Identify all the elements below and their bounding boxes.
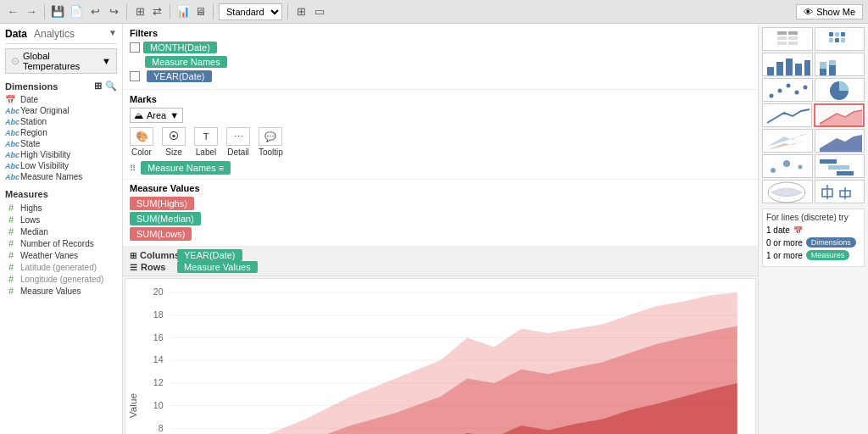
year-filter-pill[interactable]: YEAR(Date) — [147, 70, 212, 82]
dimensions-section-label: Dimensions ⊞ 🔍 — [5, 81, 117, 92]
thumb-area-dark[interactable] — [815, 129, 865, 153]
measure-longitude[interactable]: # Longitude (generated) — [5, 273, 117, 285]
svg-rect-41 — [841, 38, 845, 42]
measure-median[interactable]: # Median — [5, 225, 117, 237]
svg-point-55 — [804, 86, 808, 90]
undo-icon[interactable]: ↩ — [87, 4, 103, 19]
measure-values-dim[interactable]: # Measure Values — [5, 285, 117, 297]
measure-lows[interactable]: # Lows — [5, 214, 117, 225]
measure-names-mark-pill[interactable]: Measure Names ≡ — [141, 161, 231, 175]
thumb-bar-chart[interactable] — [762, 53, 813, 76]
table-icon[interactable]: ⊞ — [132, 4, 147, 19]
thumb-stack-bar[interactable] — [815, 53, 865, 76]
new-icon[interactable]: 📄 — [69, 4, 84, 19]
data-tab[interactable]: Data — [5, 28, 27, 40]
columns-label: Columns — [140, 250, 180, 260]
marks-panel: Marks ⛰ Area ▼ 🎨 Color ⦿ Size T — [123, 90, 758, 180]
swap-icon[interactable]: ⇄ — [149, 4, 164, 19]
standard-select[interactable]: Standard — [219, 3, 282, 20]
abc-icon-measure-names: Abc — [5, 173, 17, 181]
svg-point-53 — [787, 84, 791, 88]
dim-date[interactable]: 📅 Date — [5, 94, 117, 105]
thumb-scatter2[interactable] — [762, 154, 813, 178]
svg-rect-42 — [767, 67, 774, 75]
redo-icon[interactable]: ↪ — [106, 4, 121, 19]
filters-panel: Filters MONTH(Date) Measure Names YEAR(D… — [123, 24, 758, 90]
show-me-button[interactable]: 👁 Show Me — [796, 4, 863, 19]
main-layout: Data Analytics ▼ ⊙ Global Temperatures ▼… — [0, 24, 868, 434]
dim-state[interactable]: Abc State — [5, 138, 117, 149]
label-mark-btn[interactable]: T Label — [194, 127, 218, 157]
center-column: Filters MONTH(Date) Measure Names YEAR(D… — [123, 24, 758, 434]
measures-section-label: Measures — [5, 189, 117, 199]
measure-num-records[interactable]: # Number of Records — [5, 237, 117, 249]
grid-icon[interactable]: ⊞ — [293, 4, 309, 19]
filter-month-row: MONTH(Date) — [130, 42, 751, 53]
dim-high-visibility[interactable]: Abc High Visibility — [5, 149, 117, 160]
search-dim-icon[interactable]: 🔍 — [105, 81, 117, 92]
back-icon[interactable]: ← — [5, 4, 20, 19]
size-icon: ⦿ — [162, 127, 186, 146]
data-source-selector[interactable]: ⊙ Global Temperatures ▼ — [5, 48, 117, 74]
svg-rect-45 — [795, 64, 802, 75]
thumb-gantt[interactable] — [815, 154, 865, 178]
detail-icon: ⋯ — [226, 127, 250, 146]
thumb-pie[interactable] — [815, 78, 865, 102]
calendar-hint-icon: 📅 — [793, 226, 803, 235]
year-date-column-pill[interactable]: YEAR(Date) — [177, 249, 242, 261]
analytics-tab[interactable]: Analytics — [34, 28, 75, 40]
hint-dimensions-row: 0 or more Dimensions — [766, 237, 860, 248]
sep5 — [287, 4, 288, 19]
grid-dim-icon[interactable]: ⊞ — [94, 81, 102, 92]
thumb-lines[interactable] — [762, 103, 812, 127]
thumb-text-table[interactable] — [762, 27, 813, 51]
sep4 — [213, 4, 214, 19]
thumb-row-4 — [762, 103, 865, 127]
hash-measure-values-icon: # — [5, 286, 17, 296]
thumb-box[interactable] — [815, 180, 865, 203]
forward-icon[interactable]: → — [24, 4, 39, 19]
thumb-map[interactable] — [762, 180, 813, 203]
svg-rect-60 — [820, 159, 837, 164]
save-icon[interactable]: 💾 — [50, 4, 65, 19]
screen-icon[interactable]: 🖥 — [192, 4, 208, 19]
dim-year-original[interactable]: Abc Year Original — [5, 105, 117, 116]
thumb-heat-map[interactable] — [815, 27, 865, 51]
size-mark-btn[interactable]: ⦿ Size — [162, 127, 186, 157]
detail-mark-btn[interactable]: ⋯ Detail — [226, 127, 250, 157]
dots-icon: ⠿ — [130, 164, 136, 173]
dim-low-visibility[interactable]: Abc Low Visibility — [5, 160, 117, 171]
dim-region[interactable]: Abc Region — [5, 127, 117, 138]
left-sidebar: Data Analytics ▼ ⊙ Global Temperatures ▼… — [0, 24, 123, 434]
measure-highs[interactable]: # Highs — [5, 202, 117, 214]
sum-lows-pill[interactable]: SUM(Lows) — [130, 227, 192, 241]
svg-text:12: 12 — [153, 377, 164, 387]
chart-icon[interactable]: 📊 — [175, 4, 191, 19]
thumb-area-selected[interactable] — [814, 103, 865, 127]
abc-icon-low-vis: Abc — [5, 162, 17, 170]
measure-weather-vanes[interactable]: # Weather Vanes — [5, 249, 117, 261]
svg-rect-62 — [837, 171, 854, 175]
svg-rect-47 — [820, 69, 826, 75]
monitor-icon[interactable]: ▭ — [312, 4, 327, 19]
sum-median-pill[interactable]: SUM(Median) — [130, 212, 201, 225]
measure-latitude[interactable]: # Latitude (generated) — [5, 261, 117, 273]
sum-highs-pill[interactable]: SUM(Highs) — [130, 197, 194, 210]
thumb-scatter[interactable] — [762, 78, 813, 102]
year-filter-checkbox[interactable] — [130, 71, 140, 81]
svg-point-51 — [770, 94, 774, 98]
tooltip-mark-btn[interactable]: 💬 Tooltip — [259, 127, 283, 157]
month-filter-checkbox[interactable] — [130, 42, 140, 53]
thumb-dual-line[interactable] — [762, 129, 813, 153]
dim-measure-names[interactable]: Abc Measure Names — [5, 171, 117, 182]
color-mark-btn[interactable]: 🎨 Color — [130, 127, 153, 157]
svg-rect-34 — [777, 42, 787, 45]
measure-values-row-pill[interactable]: Measure Values — [177, 261, 258, 273]
mark-type-select[interactable]: ⛰ Area ▼ — [130, 108, 183, 123]
measure-names-filter-pill[interactable]: Measure Names — [145, 56, 227, 68]
month-filter-pill[interactable]: MONTH(Date) — [143, 42, 217, 53]
thumb-row-3 — [762, 78, 865, 102]
svg-text:16: 16 — [153, 332, 164, 342]
cylinder-icon: ⊙ — [11, 55, 19, 67]
dim-station[interactable]: Abc Station — [5, 116, 117, 127]
